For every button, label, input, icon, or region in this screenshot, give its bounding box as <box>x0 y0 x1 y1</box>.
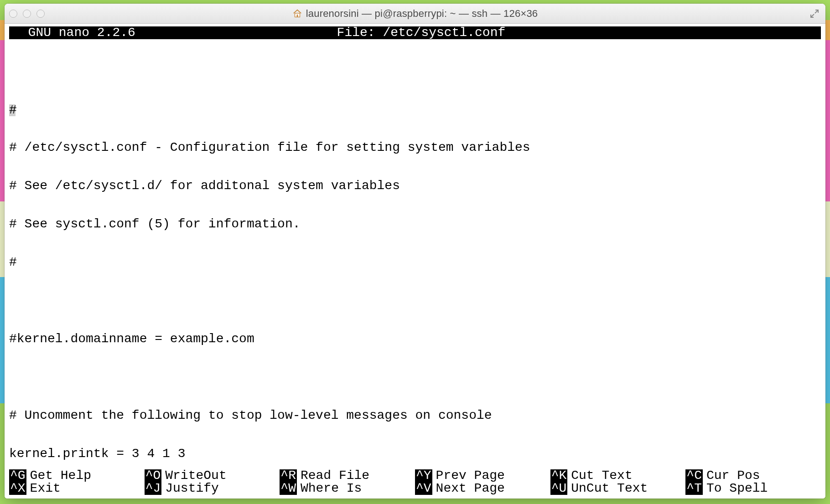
home-icon <box>292 9 302 19</box>
shortcut-key: ^W <box>280 482 297 495</box>
shortcut-label: WriteOut <box>165 469 226 482</box>
shortcut-key: ^O <box>145 469 162 482</box>
shortcut-label: Next Page <box>436 482 505 495</box>
shortcut-read-file: ^RRead File <box>280 469 415 482</box>
shortcut-key: ^Y <box>415 469 432 482</box>
nano-app-name: GNU nano 2.2.6 <box>10 26 145 39</box>
file-line <box>9 371 821 384</box>
shortcut-label: UnCut Text <box>571 482 648 495</box>
shortcut-label: Get Help <box>30 469 91 482</box>
terminal-content[interactable]: GNU nano 2.2.6 File: /etc/sysctl.conf # … <box>5 24 825 499</box>
expand-icon[interactable] <box>809 8 820 19</box>
shortcut-key: ^U <box>550 482 568 495</box>
shortcut-label: Prev Page <box>436 469 505 482</box>
shortcut-cut-text: ^KCut Text <box>550 469 686 482</box>
shortcut-label: Justify <box>165 482 219 495</box>
window-titlebar[interactable]: laurenorsini — pi@raspberrypi: ~ — ssh —… <box>5 4 825 24</box>
shortcut-get-help: ^GGet Help <box>9 469 145 482</box>
close-window-button[interactable] <box>9 10 17 18</box>
cursor-icon <box>9 104 16 116</box>
shortcut-label: Read File <box>301 469 369 482</box>
window-title: laurenorsini — pi@raspberrypi: ~ — ssh —… <box>306 8 538 20</box>
shortcut-label: Exit <box>30 482 61 495</box>
nano-editor[interactable]: GNU nano 2.2.6 File: /etc/sysctl.conf # … <box>9 26 821 495</box>
shortcut-key: ^G <box>9 469 26 482</box>
file-line: # See /etc/sysctl.d/ for additonal syste… <box>9 180 821 192</box>
shortcut-prev-page: ^YPrev Page <box>415 469 550 482</box>
file-line: # <box>9 256 821 269</box>
shortcut-label: Cut Text <box>571 469 632 482</box>
shortcut-label: Where Is <box>301 482 362 495</box>
cursor-line <box>9 103 821 116</box>
minimize-window-button[interactable] <box>23 10 31 18</box>
shortcut-key: ^X <box>9 482 26 495</box>
shortcut-to-spell: ^TTo Spell <box>685 482 821 495</box>
shortcut-label: Cur Pos <box>706 469 760 482</box>
file-line: # /etc/sysctl.conf - Configuration file … <box>9 141 821 154</box>
shortcut-exit: ^XExit <box>9 482 145 495</box>
shortcut-justify: ^JJustify <box>145 482 280 495</box>
nano-header: GNU nano 2.2.6 File: /etc/sysctl.conf <box>9 26 821 39</box>
svg-rect-0 <box>295 13 300 17</box>
shortcut-uncut-text: ^UUnCut Text <box>550 482 686 495</box>
shortcut-key: ^J <box>145 482 162 495</box>
file-line: # See sysctl.conf (5) for information. <box>9 218 821 231</box>
file-line <box>9 294 821 307</box>
nano-file-label: File: /etc/sysctl.conf <box>337 26 506 39</box>
shortcut-key: ^V <box>415 482 432 495</box>
shortcut-key: ^T <box>685 482 703 495</box>
terminal-window: laurenorsini — pi@raspberrypi: ~ — ssh —… <box>5 4 825 499</box>
window-controls <box>9 10 45 18</box>
nano-shortcuts: ^GGet Help ^OWriteOut ^RRead File ^YPrev… <box>9 468 821 495</box>
zoom-window-button[interactable] <box>36 10 45 18</box>
file-line: kernel.printk = 3 4 1 3 <box>9 447 821 460</box>
shortcut-cur-pos: ^CCur Pos <box>685 469 821 482</box>
shortcut-key: ^C <box>685 469 703 482</box>
svg-rect-1 <box>296 14 298 17</box>
editor-body[interactable]: # /etc/sysctl.conf - Configuration file … <box>9 39 821 468</box>
shortcut-key: ^K <box>550 469 568 482</box>
shortcut-where-is: ^WWhere Is <box>280 482 415 495</box>
file-line: #kernel.domainname = example.com <box>9 333 821 345</box>
shortcut-next-page: ^VNext Page <box>415 482 550 495</box>
shortcut-key: ^R <box>280 469 297 482</box>
shortcut-label: To Spell <box>706 482 768 495</box>
shortcut-writeout: ^OWriteOut <box>145 469 280 482</box>
file-line: # Uncomment the following to stop low-le… <box>9 409 821 422</box>
